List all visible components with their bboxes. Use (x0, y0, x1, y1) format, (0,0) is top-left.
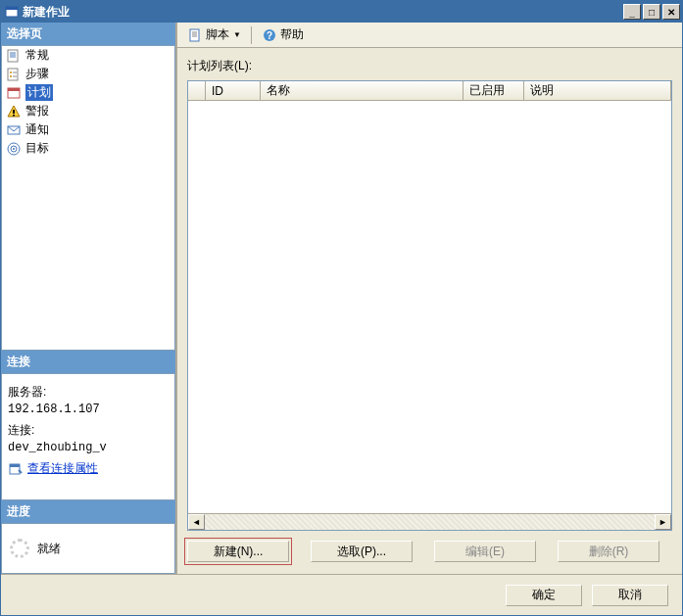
close-button[interactable]: ✕ (662, 4, 680, 20)
grid-header-rowselector[interactable] (188, 81, 206, 100)
highlight-frame: 新建(N)... (184, 538, 292, 565)
help-button[interactable]: ? 帮助 (258, 24, 308, 45)
toolbar-separator (251, 26, 252, 44)
server-label: 服务器: (8, 384, 169, 401)
new-button[interactable]: 新建(N)... (187, 541, 289, 562)
grid-header-id[interactable]: ID (206, 81, 261, 100)
script-icon (187, 27, 203, 43)
page-label: 通知 (25, 121, 49, 138)
page-item-steps[interactable]: 步骤 (2, 65, 174, 83)
svg-rect-1 (6, 7, 18, 10)
grid-horizontal-scrollbar[interactable]: ◄ ► (188, 513, 671, 530)
conn-label: 连接: (8, 422, 169, 439)
script-button[interactable]: 脚本 ▼ (183, 24, 245, 45)
window-root: 新建作业 _ □ ✕ 选择页 常规 步骤 计划 (0, 0, 683, 616)
toolbar: 脚本 ▼ ? 帮助 (177, 23, 682, 48)
page-icon (6, 104, 22, 119)
page-label: 目标 (25, 140, 49, 157)
window-controls: _ □ ✕ (623, 4, 680, 20)
app-icon (5, 5, 19, 19)
ok-button[interactable]: 确定 (506, 585, 582, 606)
grid-header: ID 名称 已启用 说明 (188, 81, 671, 101)
page-item-general[interactable]: 常规 (2, 46, 174, 65)
conn-value: dev_zhoubing_v (8, 441, 169, 454)
content-area: 计划列表(L): ID 名称 已启用 说明 ◄ ► (177, 48, 682, 574)
grid-body[interactable] (188, 101, 671, 513)
select-page-list[interactable]: 常规 步骤 计划 警报 通知 (1, 45, 175, 351)
cancel-button[interactable]: 取消 (592, 585, 668, 606)
help-label: 帮助 (280, 26, 304, 43)
delete-button[interactable]: 删除(R) (558, 541, 659, 562)
page-item-targets[interactable]: 目标 (2, 139, 174, 158)
svg-text:?: ? (267, 30, 272, 41)
svg-rect-15 (10, 464, 20, 467)
svg-rect-16 (190, 29, 199, 41)
svg-rect-2 (8, 50, 18, 62)
connection-panel: 服务器: 192.168.1.107 连接: dev_zhoubing_v 查看… (1, 373, 175, 500)
action-button-row: 新建(N)... 选取(P)... 编辑(E) 删除(R) (187, 531, 672, 566)
minimize-button[interactable]: _ (623, 4, 641, 20)
page-label: 常规 (25, 47, 49, 64)
scroll-right-button[interactable]: ► (655, 514, 671, 530)
left-column: 选择页 常规 步骤 计划 警报 (1, 23, 175, 574)
grid-header-enabled[interactable]: 已启用 (463, 81, 524, 100)
window-body: 选择页 常规 步骤 计划 警报 (1, 23, 682, 574)
progress-header: 进度 (1, 500, 175, 523)
svg-rect-7 (8, 88, 20, 91)
chevron-down-icon: ▼ (233, 30, 241, 39)
page-label: 步骤 (25, 66, 49, 82)
progress-spinner-icon (10, 539, 29, 558)
page-label: 警报 (25, 103, 49, 119)
progress-status: 就绪 (37, 541, 61, 557)
page-icon (6, 85, 22, 101)
svg-point-4 (10, 71, 12, 73)
view-connection-properties-link[interactable]: 查看连接属性 (27, 460, 98, 477)
page-item-schedule[interactable]: 计划 (2, 83, 174, 102)
grid-header-desc[interactable]: 说明 (524, 81, 671, 100)
server-value: 192.168.1.107 (8, 403, 169, 416)
titlebar[interactable]: 新建作业 _ □ ✕ (1, 1, 682, 23)
page-icon (6, 122, 22, 138)
select-page-header: 选择页 (1, 23, 175, 45)
help-icon: ? (262, 27, 277, 43)
right-column: 脚本 ▼ ? 帮助 计划列表(L): ID 名称 已启用 (175, 23, 682, 574)
maximize-button[interactable]: □ (643, 4, 660, 20)
page-label: 计划 (25, 84, 53, 101)
window-title: 新建作业 (23, 4, 623, 21)
page-item-notify[interactable]: 通知 (2, 120, 174, 139)
svg-point-13 (13, 148, 15, 150)
connection-header: 连接 (1, 351, 175, 373)
page-icon (6, 48, 22, 64)
script-label: 脚本 (206, 26, 229, 43)
page-item-alerts[interactable]: 警报 (2, 102, 174, 120)
svg-point-5 (10, 75, 12, 77)
footer: 确定 取消 (1, 574, 682, 615)
pick-button[interactable]: 选取(P)... (311, 541, 413, 562)
svg-rect-9 (13, 115, 15, 117)
schedule-list-label: 计划列表(L): (187, 58, 672, 74)
edit-button[interactable]: 编辑(E) (434, 541, 536, 562)
grid-header-name[interactable]: 名称 (261, 81, 463, 100)
page-icon (6, 141, 22, 157)
properties-icon (8, 461, 24, 477)
page-icon (6, 67, 22, 82)
scroll-track[interactable] (205, 514, 655, 530)
progress-panel: 就绪 (1, 523, 175, 574)
svg-rect-3 (8, 69, 18, 80)
scroll-left-button[interactable]: ◄ (188, 514, 205, 530)
svg-rect-8 (13, 110, 15, 114)
schedule-grid[interactable]: ID 名称 已启用 说明 ◄ ► (187, 80, 672, 531)
view-props-row: 查看连接属性 (8, 460, 169, 477)
